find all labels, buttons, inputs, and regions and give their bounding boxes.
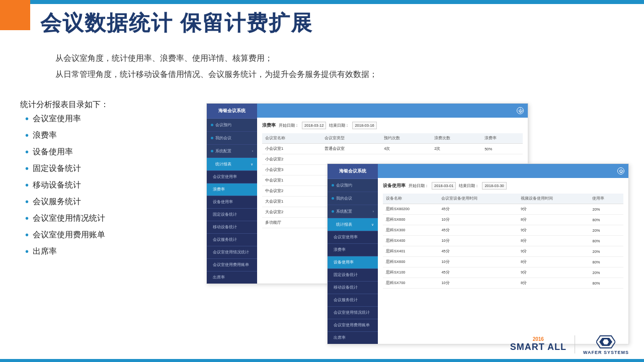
table-header: 会议室名称 [262,133,321,144]
wafer-text: WAFER SYSTEMS [583,350,629,355]
start-date-left[interactable]: 2018-03-12 [302,122,326,129]
table-cell: 8分 [518,278,590,289]
sidebar-label: 会议室使用率 [213,174,237,179]
logo-divider [575,335,575,353]
sidebar-item-1[interactable]: 我的会议 [328,192,378,205]
sidebar-item-3[interactable]: 统计报表∨ [207,158,257,171]
table-row: 思科SX60010分8分80% [383,257,623,267]
logo-area: 2016 SMART ALL WAFER SYSTEMS [510,334,629,355]
table-cell: 大会议室1 [262,197,321,207]
sidebar-item-10[interactable]: 会议室使用情况统计 [207,246,257,259]
sidebar-item-8[interactable]: 移动设备统计 [207,221,257,234]
table-cell: 小会议室2 [262,154,321,165]
table-cell: 小会议室3 [262,165,321,175]
sidebar-item-5[interactable]: 浪费率 [207,184,257,196]
bullet-item: 设备使用率 [25,146,105,158]
sidebar-item-5[interactable]: 浪费率 [328,244,378,256]
table-cell: 大会议室2 [262,207,321,218]
bullet-item: 会议服务统计 [25,196,105,208]
table-header: 浪费率 [481,133,523,144]
table-right: 设备名称会议室设备使用时间视频设备使用时间使用率思科SX8020045分9分20… [383,194,623,289]
table-cell: 80% [589,215,623,225]
sidebar-item-6[interactable]: 设备使用率 [328,256,378,269]
sidebar-item-1[interactable]: 我的会议 [207,132,257,145]
table-header: 会议室类型 [321,133,381,144]
sidebar-item-9[interactable]: 会议服务统计 [328,294,378,307]
sidebar-label: 会议室使用费用账单 [213,262,249,267]
orange-accent [0,0,30,30]
table-cell: 2次 [431,144,481,154]
end-date-left[interactable]: 2018-03-16 [352,122,376,129]
sidebar-item-12[interactable]: 出席率 [207,272,257,284]
sidebar-item-3[interactable]: 统计报表∨ [328,218,378,231]
table-header: 浪费次数 [431,133,481,144]
table-cell: 中会议室1 [262,175,321,186]
sidebar-label: 移动设备统计 [213,225,237,230]
content-right: 设备使用率 开始日期： 2018-03-01 结束日期： 2018-03-30 … [378,178,628,344]
table-cell: 8分 [518,215,590,225]
table-cell: 思科SX600 [383,215,438,225]
table-cell: 10分 [438,236,518,246]
table-cell: 45分 [438,225,518,236]
bullet-item: 会议室使用费用账单 [25,229,105,241]
header-power-icon-right[interactable]: ⏻ [617,167,624,174]
sidebar-item-11[interactable]: 会议室使用费用账单 [207,259,257,272]
table-row: 思科SX10045分9分20% [383,267,623,278]
sidebar-item-4[interactable]: 会议室使用率 [328,231,378,244]
sidebar-label: 固定设备统计 [334,273,358,278]
table-cell: 普通会议室 [321,144,381,154]
table-cell: 多功能厅 [262,218,321,228]
table-cell: 9分 [518,204,590,215]
sidebar-item-6[interactable]: 设备使用率 [207,196,257,209]
sidebar-item-11[interactable]: 会议室使用费用账单 [328,319,378,332]
sidebar-item-4[interactable]: 会议室使用率 [207,171,257,184]
page-title: 会议数据统计 保留计费扩展 [40,9,313,37]
end-label-left: 结束日期： [329,123,349,128]
sidebar-item-7[interactable]: 固定设备统计 [328,269,378,282]
sidebar-item-2[interactable]: 系统配置› [328,205,378,218]
header-power-icon[interactable]: ⏻ [517,107,524,114]
table-cell: 思科SX600 [383,257,438,267]
bottom-accent-bar [0,359,644,362]
smart-all-text: SMART ALL [510,342,567,352]
table-cell: 思科SX401 [383,246,438,257]
sidebar-label: 移动设备统计 [334,285,358,290]
sidebar-item-0[interactable]: 会议预约 [328,179,378,192]
smart-all-logo: 2016 SMART ALL [510,336,567,352]
sidebar-label: 会议预约 [215,122,231,128]
table-header: 使用率 [589,194,623,204]
table-cell: 45分 [438,204,518,215]
table-cell: 思科SX700 [383,278,438,289]
table-cell: 小会议室1 [262,144,321,154]
sidebar-item-9[interactable]: 会议服务统计 [207,234,257,246]
wafer-icon-svg [596,334,615,350]
sidebar-item-10[interactable]: 会议室使用情况统计 [328,307,378,319]
sidebar-header: 海银会议系统 [207,104,257,119]
sidebar-item-7[interactable]: 固定设备统计 [207,209,257,221]
sidebar-label: 统计报表 [336,222,352,227]
sidebar-label: 会议服务统计 [334,298,358,303]
bullet-item: 会议室使用情况统计 [25,213,105,224]
sidebar-label: 浪费率 [213,187,225,192]
sidebar-label: 设备使用率 [213,200,233,205]
sidebar-label: 固定设备统计 [213,212,237,217]
table-row: 小会议室1普通会议室4次2次50% [262,144,523,154]
table-cell: 80% [589,257,623,267]
sidebar-item-12[interactable]: 出席率 [328,332,378,344]
sidebar-left: 海银会议系统会议预约我的会议系统配置›统计报表∨会议室使用率浪费率设备使用率固定… [207,104,257,284]
sidebar-right: 海银会议系统会议预约我的会议系统配置›统计报表∨会议室使用率浪费率设备使用率固定… [328,164,378,344]
bullet-item: 会议室使用率 [25,113,105,125]
table-row: 思科SX30045分9分20% [383,225,623,236]
sidebar-dot [332,223,334,226]
sidebar-label: 会议室使用情况统计 [213,250,249,255]
wafer-logo: WAFER SYSTEMS [583,334,629,355]
sidebar-item-8[interactable]: 移动设备统计 [328,282,378,294]
sidebar-label: 系统配置 [215,148,231,154]
table-cell: 20% [589,225,623,236]
start-date-right[interactable]: 2018-03-01 [432,182,456,190]
table-cell: 10分 [438,257,518,267]
end-date-right[interactable]: 2018-03-30 [482,182,506,190]
sidebar-label: 出席率 [334,335,346,340]
sidebar-item-0[interactable]: 会议预约 [207,119,257,132]
sidebar-item-2[interactable]: 系统配置› [207,145,257,158]
